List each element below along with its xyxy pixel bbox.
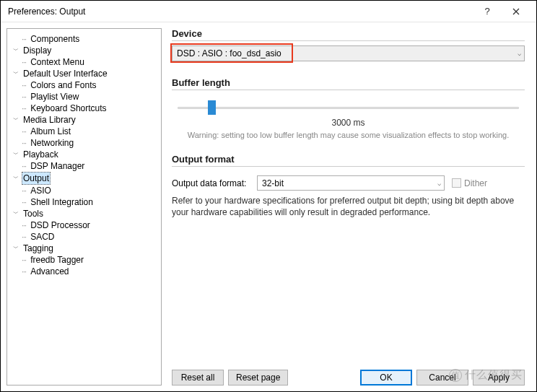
tree-dots-icon: ··· bbox=[22, 33, 26, 45]
apply-button[interactable]: Apply bbox=[473, 370, 525, 386]
close-icon bbox=[512, 8, 520, 15]
tree-item-advanced[interactable]: Advanced bbox=[29, 266, 70, 277]
tree-item-album-list[interactable]: Album List bbox=[29, 126, 72, 137]
chevron-down-icon[interactable]: ﹀ bbox=[12, 69, 20, 78]
chevron-down-icon[interactable]: ﹀ bbox=[12, 116, 20, 124]
chevron-down-icon[interactable]: ﹀ bbox=[12, 244, 20, 253]
tree-item-playback[interactable]: Playback bbox=[22, 149, 60, 160]
preferences-tree[interactable]: ···Components ﹀Display ···Context Menu ﹀… bbox=[6, 28, 162, 386]
titlebar: Preferences: Output ? bbox=[1, 1, 536, 22]
output-format-value: 32-bit bbox=[262, 178, 284, 188]
close-button[interactable] bbox=[502, 1, 531, 22]
chevron-down-icon: ⌵ bbox=[518, 50, 521, 57]
output-format-help: Refer to your hardware specifications fo… bbox=[172, 195, 525, 218]
tree-item-colors-fonts[interactable]: Colors and Fonts bbox=[29, 79, 97, 91]
buffer-value: 3000 ms bbox=[178, 118, 519, 128]
device-dropdown[interactable]: DSD : ASIO : foo_dsd_asio ⌵ bbox=[172, 45, 525, 61]
buffer-warning: Warning: setting too low buffer length m… bbox=[178, 131, 519, 139]
tree-item-media-library[interactable]: Media Library bbox=[22, 114, 77, 126]
slider-track bbox=[178, 107, 519, 109]
tree-item-context-menu[interactable]: Context Menu bbox=[29, 56, 86, 68]
chevron-down-icon[interactable]: ﹀ bbox=[12, 46, 20, 55]
buffer-heading: Buffer length bbox=[172, 77, 525, 90]
tree-item-keyboard-shortcuts[interactable]: Keyboard Shortcuts bbox=[29, 103, 108, 114]
tree-item-default-ui[interactable]: Default User Interface bbox=[22, 68, 109, 79]
cancel-button[interactable]: Cancel bbox=[416, 370, 468, 386]
output-format-dropdown[interactable]: 32-bit ⌵ bbox=[257, 175, 445, 191]
chevron-down-icon[interactable]: ﹀ bbox=[12, 150, 20, 159]
window-title: Preferences: Output bbox=[8, 6, 473, 17]
tree-item-tools[interactable]: Tools bbox=[22, 208, 45, 219]
tree-item-sacd[interactable]: SACD bbox=[29, 231, 56, 243]
tree-item-networking[interactable]: Networking bbox=[29, 137, 75, 149]
chevron-down-icon[interactable]: ﹀ bbox=[12, 174, 20, 183]
reset-all-button[interactable]: Reset all bbox=[172, 370, 224, 386]
tree-item-tagging[interactable]: Tagging bbox=[22, 243, 55, 254]
main-panel: Device DSD : ASIO : foo_dsd_asio ⌵ Buffe… bbox=[162, 22, 536, 391]
dither-checkbox[interactable]: Dither bbox=[452, 178, 487, 188]
tree-item-shell-integration[interactable]: Shell Integration bbox=[29, 196, 95, 208]
reset-page-button[interactable]: Reset page bbox=[228, 370, 288, 386]
output-format-heading: Output format bbox=[172, 154, 525, 167]
help-button[interactable]: ? bbox=[473, 1, 502, 22]
output-format-label: Output data format: bbox=[172, 178, 250, 188]
buffer-slider[interactable] bbox=[178, 100, 519, 115]
device-heading: Device bbox=[172, 28, 525, 41]
checkbox-icon bbox=[452, 178, 461, 188]
tree-item-components[interactable]: Components bbox=[29, 33, 81, 45]
chevron-down-icon: ⌵ bbox=[437, 180, 441, 187]
tree-item-playlist-view[interactable]: Playlist View bbox=[29, 91, 80, 103]
slider-thumb[interactable] bbox=[208, 100, 216, 115]
chevron-down-icon[interactable]: ﹀ bbox=[12, 209, 20, 218]
dialog-footer: Reset all Reset page OK Cancel Apply bbox=[172, 365, 525, 386]
tree-item-dsp-manager[interactable]: DSP Manager bbox=[29, 160, 86, 172]
tree-item-display[interactable]: Display bbox=[22, 45, 53, 56]
tree-item-output[interactable]: Output bbox=[22, 172, 51, 185]
tree-item-freedb-tagger[interactable]: freedb Tagger bbox=[29, 254, 85, 266]
tree-item-dsd-processor[interactable]: DSD Processor bbox=[29, 219, 92, 231]
dither-label: Dither bbox=[464, 178, 487, 188]
device-selected-value: DSD : ASIO : foo_dsd_asio bbox=[177, 48, 281, 58]
tree-item-asio[interactable]: ASIO bbox=[29, 185, 53, 196]
ok-button[interactable]: OK bbox=[360, 370, 412, 386]
